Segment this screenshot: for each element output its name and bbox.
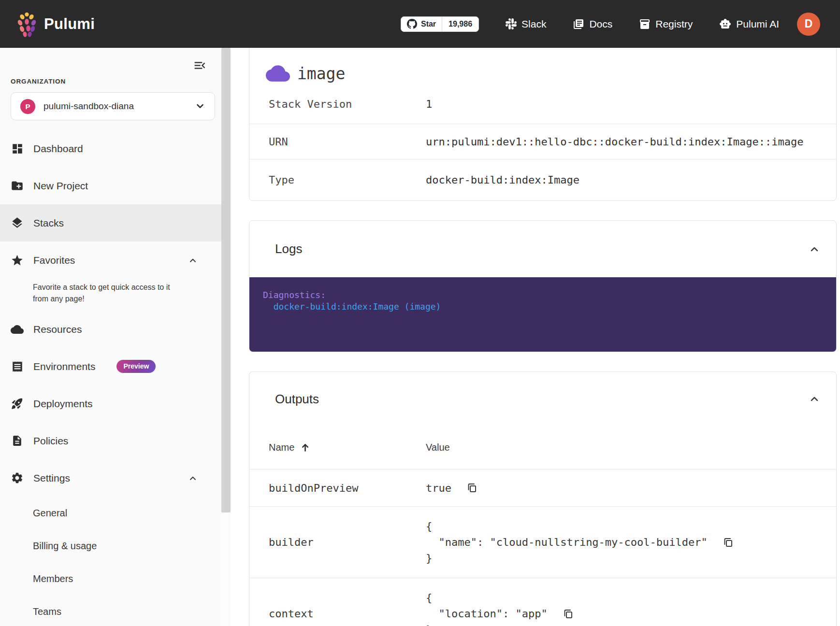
outputs-collapse-chevron-up-icon[interactable] (809, 394, 820, 404)
new-project-folder-icon (11, 179, 24, 192)
sidebar-item-resources[interactable]: Resources (0, 311, 221, 348)
output-name: buildOnPreview (269, 482, 426, 494)
top-navbar: Pulumi Star 19,986 Slack Docs (0, 0, 840, 48)
pulumi-flower-icon (16, 11, 38, 37)
outputs-value-header: Value (426, 442, 836, 453)
document-icon (11, 435, 24, 447)
nav-link-label: Docs (589, 18, 612, 30)
nav-link-pulumi-ai[interactable]: Pulumi AI (719, 18, 779, 30)
sidebar-collapse-icon[interactable] (193, 58, 207, 72)
sidebar-item-settings[interactable]: Settings (0, 459, 221, 497)
stacks-layers-icon (11, 216, 24, 229)
organization-avatar: P (20, 99, 35, 114)
copy-icon[interactable] (562, 608, 574, 620)
pulumi-logo[interactable]: Pulumi (16, 11, 95, 37)
output-name: builder (269, 536, 426, 548)
github-star-label: Star (421, 20, 436, 28)
registry-icon (639, 18, 651, 30)
nav-link-registry[interactable]: Registry (639, 18, 693, 30)
docs-icon (573, 18, 584, 30)
dashboard-icon (11, 142, 24, 155)
field-value-stack-version: 1 (426, 98, 836, 110)
robot-icon (719, 18, 731, 30)
sidebar-item-favorites[interactable]: Favorites (0, 242, 221, 279)
sidebar-subitem-teams[interactable]: Teams (0, 595, 221, 626)
logs-collapse-chevron-up-icon[interactable] (809, 244, 820, 255)
slack-icon (506, 18, 517, 29)
sidebar-scrollbar-thumb[interactable] (221, 48, 231, 512)
sidebar-item-deployments[interactable]: Deployments (0, 385, 221, 422)
field-label-urn: URN (269, 136, 426, 148)
navbar-links: Star 19,986 Slack Docs Registry (401, 13, 820, 36)
sidebar-item-stacks[interactable]: Stacks (0, 204, 221, 242)
chevron-up-icon[interactable] (188, 256, 197, 265)
outputs-sort-name-header[interactable]: Name (269, 442, 426, 453)
log-line-diagnostics: Diagnostics: (263, 289, 836, 301)
output-value: { "location": "app" } (426, 590, 548, 626)
nav-link-label: Registry (655, 18, 693, 30)
github-icon (407, 19, 417, 29)
output-value: { "name": "cloud-nullstring-my-cool-buil… (426, 518, 708, 566)
sort-ascending-arrow-icon (300, 442, 310, 453)
resource-name-title: image (297, 64, 345, 83)
organization-selector[interactable]: P pulumi-sandbox-diana (11, 92, 215, 120)
logs-title: Logs (275, 242, 809, 256)
nav-link-slack[interactable]: Slack (506, 18, 546, 30)
field-value-urn: urn:pulumi:dev1::hello-dbc::docker-build… (426, 136, 836, 148)
nav-link-docs[interactable]: Docs (573, 18, 612, 30)
organization-name: pulumi-sandbox-diana (43, 101, 187, 112)
resource-summary-card: image Stack Version 1 URN urn:pulumi:dev… (249, 48, 837, 201)
star-icon (11, 254, 24, 267)
copy-icon[interactable] (466, 482, 478, 494)
outputs-table-header: Name Value (249, 426, 836, 470)
nav-link-label: Pulumi AI (736, 18, 779, 30)
output-row-buildonpreview: buildOnPreview true (249, 470, 836, 507)
field-label-type: Type (269, 174, 426, 186)
outputs-card: Outputs Name Value buildOnPreview true (249, 371, 837, 626)
field-label-stack-version: Stack Version (269, 98, 426, 110)
logs-card: Logs Diagnostics: docker-build:index:Ima… (249, 220, 837, 352)
field-value-type: docker-build:index:Image (426, 174, 836, 186)
receipt-list-icon (11, 360, 24, 373)
chevron-up-icon[interactable] (188, 474, 197, 483)
log-console: Diagnostics: docker-build:index:Image (i… (249, 277, 836, 352)
sidebar-subitem-members[interactable]: Members (0, 562, 221, 595)
sidebar-scrollbar-track (221, 48, 231, 626)
github-star-count: 19,986 (442, 17, 478, 31)
organization-section-label: ORGANIZATION (11, 78, 221, 85)
log-line-resource: docker-build:index:Image (image) (263, 301, 836, 313)
sidebar-subitem-general[interactable]: General (0, 497, 221, 529)
user-avatar[interactable]: D (797, 13, 820, 36)
outputs-title: Outputs (275, 392, 809, 407)
chevron-down-icon (195, 101, 205, 112)
sidebar-item-dashboard[interactable]: Dashboard (0, 130, 221, 167)
main-content: image Stack Version 1 URN urn:pulumi:dev… (231, 48, 840, 626)
sidebar: ORGANIZATION P pulumi-sandbox-diana Dash… (0, 48, 221, 626)
favorites-hint-text: Favorite a stack to get quick access to … (33, 282, 184, 305)
output-name: context (269, 608, 426, 620)
copy-icon[interactable] (722, 537, 734, 548)
cloud-icon (11, 323, 24, 336)
sidebar-item-new-project[interactable]: New Project (0, 167, 221, 204)
github-star-button[interactable]: Star 19,986 (401, 16, 479, 32)
output-row-builder: builder { "name": "cloud-nullstring-my-c… (249, 507, 836, 578)
nav-link-label: Slack (521, 18, 546, 30)
output-value: true (426, 480, 451, 496)
output-row-context: context { "location": "app" } (249, 578, 836, 626)
sidebar-nav: Dashboard New Project Stacks Favorites F (0, 130, 221, 626)
preview-badge: Preview (116, 360, 156, 373)
sidebar-item-policies[interactable]: Policies (0, 422, 221, 459)
gear-icon (11, 471, 24, 484)
sidebar-item-environments[interactable]: Environments Preview (0, 348, 221, 385)
sidebar-subitem-billing[interactable]: Billing & usage (0, 529, 221, 562)
brand-name: Pulumi (44, 15, 95, 33)
resource-cloud-icon (266, 61, 290, 85)
rocket-icon (11, 397, 24, 410)
